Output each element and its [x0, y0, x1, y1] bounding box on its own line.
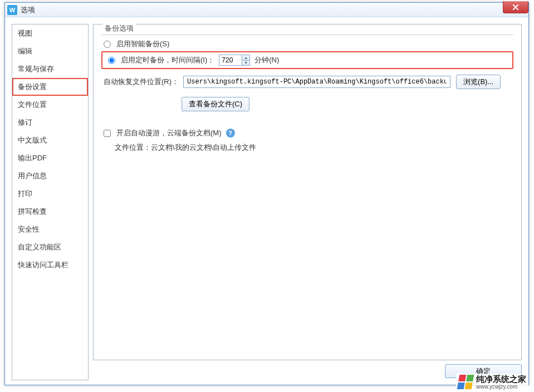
watermark: 纯净系统之家 www.ycwjzy.com: [456, 374, 528, 391]
sidebar-item-general-save[interactable]: 常规与保存: [12, 60, 88, 78]
sidebar-item-edit[interactable]: 编辑: [12, 42, 88, 60]
watermark-cn: 纯净系统之家: [476, 375, 526, 384]
roaming-path-label: 文件位置：云文档\我的云文档\自动上传文件: [115, 143, 256, 153]
sidebar-item-backup-settings[interactable]: 备份设置: [12, 78, 88, 96]
help-icon[interactable]: ?: [226, 129, 235, 138]
window-title: 选项: [21, 5, 35, 15]
auto-recover-label: 自动恢复文件位置(R)：: [104, 77, 179, 87]
auto-recover-path-input[interactable]: [183, 76, 450, 88]
timed-backup-label-prefix: 启用定时备份，时间间隔(I)：: [121, 55, 214, 65]
close-icon: [512, 4, 519, 11]
options-dialog: W 选项 视图 编辑 常规与保存 备份设置 文件位置 修订 中文版式 输出PDF…: [4, 2, 529, 385]
sidebar-item-quick-access-toolbar[interactable]: 快速访问工具栏: [12, 256, 88, 274]
view-backup-row: 查看备份文件(C): [98, 95, 517, 114]
sidebar-item-file-location[interactable]: 文件位置: [12, 96, 88, 114]
smart-backup-row: 启用智能备份(S): [98, 37, 517, 51]
interval-spin-up[interactable]: ▲: [242, 55, 249, 61]
timed-backup-row: 启用定时备份，时间间隔(I)： ▲ ▼ 分钟(N): [101, 51, 513, 69]
close-button[interactable]: [503, 1, 528, 13]
view-backup-files-button[interactable]: 查看备份文件(C): [182, 97, 249, 111]
sidebar-item-view[interactable]: 视图: [12, 24, 88, 42]
interval-spin-down[interactable]: ▼: [242, 61, 249, 66]
watermark-text: 纯净系统之家 www.ycwjzy.com: [476, 375, 526, 390]
roaming-label: 开启自动漫游，云端备份文档(M): [116, 128, 222, 138]
sidebar-item-print[interactable]: 打印: [12, 185, 88, 203]
roaming-checkbox[interactable]: [104, 130, 111, 137]
timed-backup-label-suffix: 分钟(N): [254, 55, 279, 65]
watermark-url: www.ycwjzy.com: [476, 384, 526, 390]
sidebar-item-revision[interactable]: 修订: [12, 114, 88, 131]
backup-options-group: 备份选项 启用智能备份(S) 启用定时备份，时间间隔(I)： ▲ ▼: [98, 29, 517, 155]
roaming-row: 开启自动漫游，云端备份文档(M) ?: [98, 126, 517, 140]
roaming-path-row: 文件位置：云文档\我的云文档\自动上传文件: [98, 140, 517, 155]
smart-backup-radio[interactable]: [104, 41, 111, 48]
sidebar-item-customize-ribbon[interactable]: 自定义功能区: [12, 238, 88, 256]
sidebar-item-user-info[interactable]: 用户信息: [12, 167, 88, 185]
group-divider: [101, 35, 513, 35]
content-area: 视图 编辑 常规与保存 备份设置 文件位置 修订 中文版式 输出PDF 用户信息…: [5, 17, 528, 385]
interval-spinner: ▲ ▼: [219, 55, 250, 66]
sidebar-item-output-pdf[interactable]: 输出PDF: [12, 149, 88, 167]
auto-recover-row: 自动恢复文件位置(R)： 浏览(B)...: [98, 72, 517, 91]
interval-spin-buttons: ▲ ▼: [242, 55, 249, 65]
group-title: 备份选项: [102, 23, 136, 33]
interval-input[interactable]: [219, 55, 242, 65]
watermark-logo-icon: [457, 375, 474, 389]
sidebar-item-spellcheck[interactable]: 拼写检查: [12, 203, 88, 220]
sidebar-item-chinese-layout[interactable]: 中文版式: [12, 131, 88, 149]
timed-backup-radio[interactable]: [108, 57, 115, 64]
sidebar: 视图 编辑 常规与保存 备份设置 文件位置 修订 中文版式 输出PDF 用户信息…: [12, 24, 89, 380]
smart-backup-label: 启用智能备份(S): [116, 39, 169, 49]
sidebar-item-security[interactable]: 安全性: [12, 220, 88, 238]
main-panel: 备份选项 启用智能备份(S) 启用定时备份，时间间隔(I)： ▲ ▼: [93, 24, 522, 360]
browse-button[interactable]: 浏览(B)...: [456, 75, 501, 89]
titlebar: W 选项: [5, 3, 528, 17]
app-icon: W: [7, 5, 17, 15]
